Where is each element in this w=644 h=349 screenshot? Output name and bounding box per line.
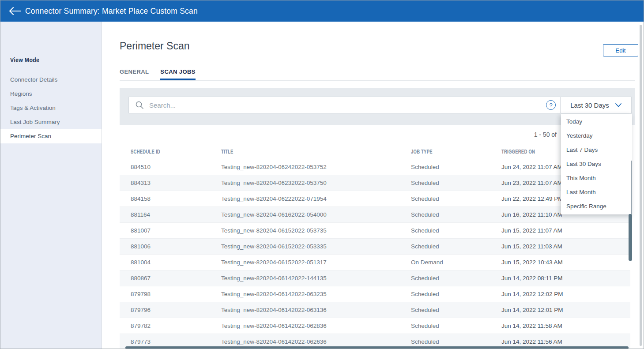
title-cell: Testing_new-820204-06162022-054000 (221, 207, 411, 222)
date-range-dropdown-button[interactable]: Last 30 Days (561, 97, 631, 113)
job-type-cell: Scheduled (411, 286, 501, 302)
schedule-id-cell: 879796 (131, 302, 221, 318)
dropdown-option-this-month[interactable]: This Month (561, 171, 632, 185)
dropdown-scrollbar-track (631, 161, 632, 214)
triggered-on-cell: Jun 15, 2022 11:07 AM (501, 223, 630, 238)
table-row[interactable]: 879796Testing_new-820204-06142022-063136… (120, 302, 630, 318)
sidebar-section-title: View Mode (10, 56, 39, 64)
dropdown-option-last-7-days[interactable]: Last 7 Days (561, 143, 632, 157)
schedule-id-cell: 881007 (131, 223, 221, 238)
job-type-cell: Scheduled (411, 270, 501, 286)
dropdown-option-specific-range[interactable]: Specific Range (561, 199, 632, 214)
title-cell: Testing_new-820204-06232022-053750 (221, 175, 411, 191)
chevron-down-icon (615, 103, 621, 107)
schedule-id-cell: 881004 (131, 255, 221, 270)
schedule-id-cell: 879782 (131, 318, 221, 334)
job-type-cell: Scheduled (411, 159, 501, 175)
table-row[interactable]: 884313Testing_new-820204-06232022-053750… (120, 175, 630, 191)
sidebar-item-tags-activation[interactable]: Tags & Activation (0, 101, 102, 115)
title-cell: Testing_new-820204-06242022-053752 (221, 159, 411, 175)
job-type-cell: Scheduled (411, 207, 501, 222)
scan-jobs-table: SCHEDULE IDTITLEJOB TYPETRIGGERED ON 884… (120, 149, 630, 349)
page-scrollbar[interactable] (640, 25, 642, 346)
table-row[interactable]: 884158Testing_new-820204-06222022-071954… (120, 191, 630, 207)
table-row[interactable]: 881164Testing_new-820204-06162022-054000… (120, 207, 630, 223)
schedule-id-cell: 884510 (131, 159, 221, 175)
sidebar-item-regions[interactable]: Regions (0, 87, 102, 101)
triggered-on-cell: Jun 15, 2022 11:03 AM (501, 239, 630, 254)
pagination-text: 1 - 50 of (534, 131, 557, 138)
help-circle-icon[interactable]: ? (546, 100, 556, 110)
search-icon (135, 101, 144, 109)
title-cell: Testing_new-820204-06152022-051317 (221, 255, 411, 270)
table-vertical-scrollbar-thumb[interactable] (629, 214, 632, 261)
dropdown-option-today[interactable]: Today (561, 115, 632, 129)
table-row[interactable]: 884510Testing_new-820204-06242022-053752… (120, 159, 630, 175)
date-range-selected-value: Last 30 Days (570, 101, 609, 109)
sidebar-item-last-job-summary[interactable]: Last Job Summary (0, 115, 102, 129)
sidebar: View Mode Connector DetailsRegionsTags &… (0, 22, 102, 349)
tab-scan-jobs[interactable]: SCAN JOBS (160, 68, 195, 80)
column-header-title[interactable]: TITLE (221, 149, 411, 155)
tab-bar: GENERALSCAN JOBS (120, 68, 635, 81)
triggered-on-cell: Jun 14, 2022 12:01 PM (501, 302, 630, 318)
title-cell: Testing_new-820204-06152022-053735 (221, 223, 411, 238)
table-row[interactable]: 881004Testing_new-820204-06152022-051317… (120, 255, 630, 270)
title-cell: Testing_new-820204-06142022-063235 (221, 286, 411, 302)
schedule-id-cell: 880867 (131, 270, 221, 286)
schedule-id-cell: 884313 (131, 175, 221, 191)
dropdown-option-last-month[interactable]: Last Month (561, 185, 632, 199)
schedule-id-cell: 879798 (131, 286, 221, 302)
schedule-id-cell: 881006 (131, 239, 221, 254)
schedule-id-cell: 884158 (131, 191, 221, 206)
triggered-on-cell: Jun 14, 2022 11:58 AM (501, 318, 630, 334)
table-row[interactable]: 879798Testing_new-820204-06142022-063235… (120, 286, 630, 302)
search-bar: ? Last 30 Days (128, 97, 632, 113)
schedule-id-cell: 881164 (131, 207, 221, 222)
job-type-cell: On Demand (411, 255, 501, 270)
table-row[interactable]: 880867Testing_new-820204-06142022-144135… (120, 270, 630, 286)
title-cell: Testing_new-820204-06142022-062836 (221, 318, 411, 334)
page-header-title: Connector Summary: Market Place Custom S… (25, 7, 198, 16)
column-header-job-type[interactable]: JOB TYPE (411, 149, 501, 155)
table-row[interactable]: 881006Testing_new-820204-06152022-053335… (120, 239, 630, 255)
dropdown-option-yesterday[interactable]: Yesterday (561, 129, 632, 143)
sidebar-item-perimeter-scan[interactable]: Perimeter Scan (0, 129, 102, 143)
triggered-on-cell: Jun 14, 2022 12:02 PM (501, 286, 630, 302)
job-type-cell: Scheduled (411, 302, 501, 318)
sidebar-item-connector-details[interactable]: Connector Details (0, 73, 102, 87)
top-header-bar: Connector Summary: Market Place Custom S… (0, 0, 644, 22)
job-type-cell: Scheduled (411, 175, 501, 191)
app-window: Connector Summary: Market Place Custom S… (0, 0, 644, 349)
table-row[interactable]: 879782Testing_new-820204-06142022-062836… (120, 318, 630, 334)
search-toolbar: ? Last 30 Days (120, 88, 635, 125)
sidebar-item-list: Connector DetailsRegionsTags & Activatio… (0, 73, 102, 143)
title-cell: Testing_new-820204-06142022-063136 (221, 302, 411, 318)
title-cell: Testing_new-820204-06222022-071954 (221, 191, 411, 206)
job-type-cell: Scheduled (411, 318, 501, 334)
page-title: Perimeter Scan (120, 40, 190, 52)
dropdown-option-last-30-days[interactable]: Last 30 Days (561, 157, 632, 171)
job-type-cell: Scheduled (411, 223, 501, 238)
table-horizontal-scrollbar-thumb[interactable] (125, 346, 629, 349)
edit-button[interactable]: Edit (603, 44, 638, 56)
search-input[interactable] (148, 101, 546, 109)
title-cell: Testing_new-820204-06142022-144135 (221, 270, 411, 286)
back-arrow-icon[interactable] (8, 4, 23, 18)
job-type-cell: Scheduled (411, 191, 501, 206)
column-header-schedule-id[interactable]: SCHEDULE ID (131, 149, 221, 155)
arrow-left-icon (9, 7, 21, 15)
triggered-on-cell: Jun 15, 2022 10:43 AM (501, 255, 630, 270)
table-row[interactable]: 881007Testing_new-820204-06152022-053735… (120, 223, 630, 239)
title-cell: Testing_new-820204-06152022-053335 (221, 239, 411, 254)
table-body: 884510Testing_new-820204-06242022-053752… (120, 159, 630, 349)
job-type-cell: Scheduled (411, 239, 501, 254)
triggered-on-cell: Jun 14, 2022 08:11 PM (501, 270, 630, 286)
date-range-dropdown-menu: TodayYesterdayLast 7 DaysLast 30 DaysThi… (561, 114, 632, 214)
tab-general[interactable]: GENERAL (120, 68, 149, 80)
table-header-row: SCHEDULE IDTITLEJOB TYPETRIGGERED ON (120, 149, 630, 159)
